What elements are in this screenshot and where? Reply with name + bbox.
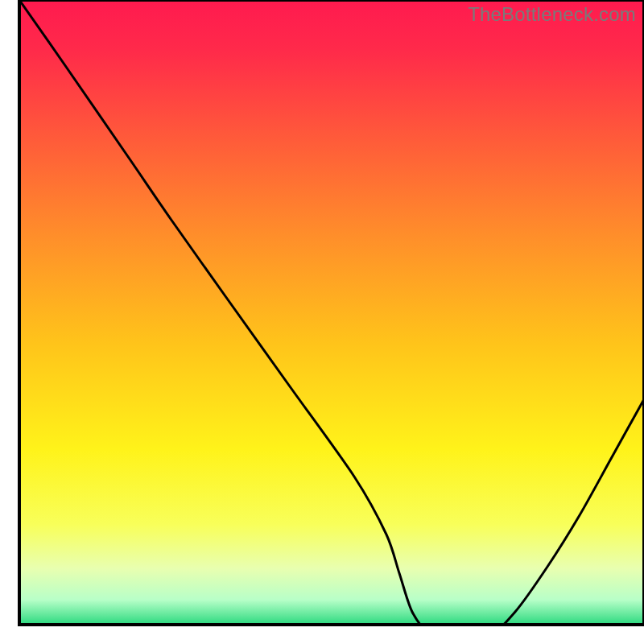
gradient-background — [19, 0, 644, 625]
optimum-marker — [411, 631, 440, 644]
watermark-text: TheBottleneck.com — [468, 3, 636, 26]
bottleneck-plot — [0, 0, 644, 644]
